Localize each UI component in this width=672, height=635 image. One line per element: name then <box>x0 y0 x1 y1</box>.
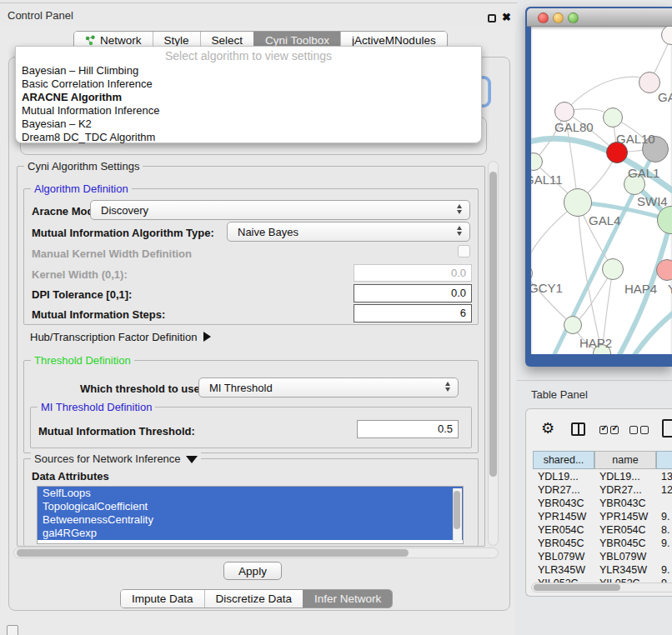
tab-infer-network-label: Infer Network <box>314 592 381 605</box>
cell: YDR27... <box>538 484 580 496</box>
panel-corner-icon[interactable] <box>7 625 18 635</box>
data-attributes-label: Data Attributes <box>32 470 109 482</box>
network-node-hap4[interactable] <box>602 258 624 280</box>
node-label: Y <box>668 282 672 296</box>
hub-definition-toggle[interactable]: Hub/Transcription Factor Definition <box>30 331 211 343</box>
cell: 9. <box>661 511 669 522</box>
kernel-width-label: Kernel Width (0,1): <box>32 268 128 281</box>
zoom-traffic-light-icon[interactable] <box>568 12 579 23</box>
table-row[interactable]: YPR145W YPR145W 9. <box>533 511 672 524</box>
settings-vertical-scrollbar[interactable] <box>488 161 499 546</box>
column-header-partial[interactable]: A <box>656 451 672 469</box>
sources-group-title[interactable]: Sources for Network Inference <box>31 452 201 465</box>
cell: 9. <box>661 564 669 576</box>
tab-impute-data[interactable]: Impute Data <box>121 590 204 608</box>
table-row[interactable]: YBR043C YBR043C <box>533 498 672 511</box>
table-row[interactable]: YER054C YER054C 8. <box>533 524 672 538</box>
list-item[interactable]: TopologicalCoefficient <box>38 500 463 513</box>
node-label: GAL80 <box>554 120 594 134</box>
expand-arrow-icon <box>203 332 211 342</box>
network-node-hap2[interactable] <box>564 316 582 334</box>
tab-select-label: Select <box>212 34 243 47</box>
table-row[interactable]: YDR27... YDR27... 12 <box>533 484 672 498</box>
node-label: GAL1 <box>628 166 659 180</box>
settings-group-title: Cyni Algorithm Settings <box>24 160 143 172</box>
dropdown-item[interactable]: Bayesian – Hill Climbing <box>16 64 481 78</box>
table-horizontal-scrollbar[interactable] <box>531 582 672 592</box>
kernel-width-field[interactable]: 0.0 <box>354 264 472 282</box>
dropdown-item[interactable]: Bayesian – K2 <box>16 118 481 131</box>
scrollbar-thumb[interactable] <box>534 584 620 591</box>
list-item[interactable]: BetweennessCentrality <box>38 513 463 527</box>
cell: YBL079W <box>599 551 646 562</box>
cell: YPR145W <box>599 511 648 522</box>
sources-group-label: Sources for Network Inference <box>34 452 181 465</box>
tab-infer-network[interactable]: Infer Network <box>303 590 392 608</box>
dropdown-item[interactable]: Basic Correlation Inference <box>16 78 481 91</box>
settings-horizontal-scrollbar[interactable] <box>13 548 499 558</box>
cell: YER054C <box>599 524 646 536</box>
network-node-gal80[interactable] <box>554 102 574 122</box>
select-all-checks-icon[interactable] <box>599 426 619 434</box>
data-attributes-list: SelfLoops TopologicalCoefficient Between… <box>37 486 464 544</box>
deselect-all-checks-icon[interactable] <box>629 426 649 434</box>
which-threshold-value: MI Threshold <box>209 382 273 394</box>
control-panel-title: Control Panel <box>8 9 73 22</box>
columns-icon[interactable] <box>571 422 585 436</box>
scrollbar-thumb[interactable] <box>17 549 409 557</box>
close-icon[interactable]: ✖ <box>502 11 511 23</box>
aracne-mode-combobox[interactable]: Discovery <box>90 200 470 220</box>
cell: YBL079W <box>538 551 584 562</box>
manual-kernel-checkbox[interactable] <box>458 245 470 258</box>
mi-type-value: Naive Bayes <box>238 226 298 238</box>
algorithm-definition-title: Algorithm Definition <box>31 182 132 195</box>
threshold-definition-title: Threshold Definition <box>31 354 134 367</box>
network-canvas[interactable]: GAL GAL80 GAL10 GAL1 GAL11 SWI4 GAL4 GCY… <box>531 27 672 354</box>
node-label: SWI4 <box>637 194 668 208</box>
network-node-salmon[interactable] <box>656 259 672 281</box>
table-row[interactable]: YBL079W YBL079W <box>533 551 672 564</box>
cell: YBR043C <box>538 498 584 509</box>
float-window-icon[interactable] <box>488 14 496 22</box>
list-scrollbar[interactable] <box>453 488 462 542</box>
column-header-name[interactable]: name <box>594 451 656 469</box>
list-item[interactable]: SelfLoops <box>38 487 463 500</box>
apply-button[interactable]: Apply <box>223 562 282 580</box>
stepper-arrows-icon <box>457 204 462 214</box>
node-label: GAL4 <box>589 213 620 228</box>
mi-type-combobox[interactable]: Naive Bayes <box>227 222 470 242</box>
scrollbar-thumb[interactable] <box>489 172 497 477</box>
dropdown-placeholder: Select algorithm to view settings <box>16 47 481 64</box>
column-header-shared-name[interactable]: shared... <box>533 451 594 469</box>
tab-network-label: Network <box>100 34 142 47</box>
stepper-arrows-icon <box>457 226 462 236</box>
network-icon <box>85 35 96 46</box>
table-row[interactable]: YDL19... YDL19... 13 <box>533 471 672 484</box>
table-row[interactable]: YLR345W YLR345W 9. <box>533 564 672 578</box>
collapse-arrow-icon <box>186 456 198 463</box>
minimize-traffic-light-icon[interactable] <box>553 12 564 23</box>
dpi-tolerance-field[interactable]: 0.0 <box>354 284 472 302</box>
list-item[interactable]: gal4RGexp <box>38 527 463 540</box>
dropdown-item-selected[interactable]: ARACNE Algorithm <box>16 91 481 104</box>
dropdown-item[interactable]: Mutual Information Inference <box>16 104 481 118</box>
mi-threshold-field[interactable]: 0.5 <box>357 420 459 438</box>
close-traffic-light-icon[interactable] <box>538 12 549 23</box>
tab-style-label: Style <box>164 34 189 47</box>
cell: YLR345W <box>538 564 585 576</box>
network-window-titlebar[interactable] <box>527 8 672 27</box>
new-table-icon[interactable] <box>662 419 672 438</box>
network-node-gal10[interactable] <box>603 108 623 128</box>
divider <box>517 380 672 381</box>
cell: YLR345W <box>599 564 647 576</box>
table-row[interactable]: YBR045C YBR045C 9. <box>533 538 672 551</box>
network-node-gal4[interactable] <box>564 188 592 217</box>
mi-steps-field[interactable]: 6 <box>354 304 472 322</box>
tab-discretize-data[interactable]: Discretize Data <box>204 590 303 608</box>
hub-definition-label: Hub/Transcription Factor Definition <box>30 331 197 343</box>
which-threshold-combobox[interactable]: MI Threshold <box>198 378 459 398</box>
dropdown-item[interactable]: Dream8 DC_TDC Algorithm <box>16 131 481 144</box>
algorithm-dropdown-popup: Select algorithm to view settings Bayesi… <box>15 46 482 143</box>
gear-icon[interactable]: ⚙ <box>541 421 554 436</box>
control-panel-header: Control Panel ✖ <box>0 2 517 27</box>
